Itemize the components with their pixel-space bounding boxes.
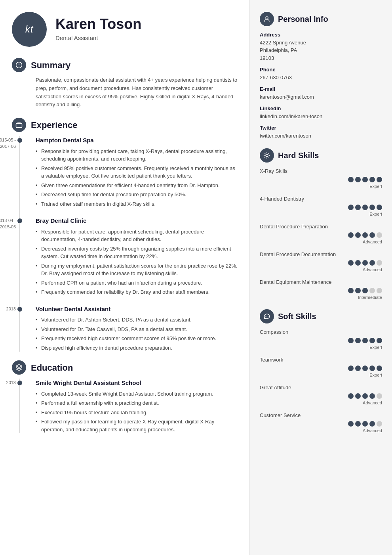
skill-name: Compassion	[260, 328, 382, 336]
skill-name: Great Attitude	[260, 384, 382, 392]
bullet-item: Volunteered for Dr. Tate Caswell, DDS, P…	[36, 325, 238, 333]
dot-filled	[348, 421, 354, 427]
contact-label: E-mail	[260, 85, 382, 93]
dot-filled	[355, 421, 361, 427]
personal-info-fields: Address4222 Spring Avenue Philadelphia, …	[260, 31, 382, 140]
dot-filled	[369, 232, 375, 238]
dot-filled	[362, 393, 368, 399]
dot-filled	[348, 393, 354, 399]
entry-title: Bray Dental Clinic	[36, 216, 238, 226]
bullet-item: Performed CPR on a patient who had an in…	[36, 279, 238, 287]
dot-filled	[348, 177, 354, 182]
skill-name: Dental Procedure Preparation	[260, 223, 382, 231]
skill-name: Dental Procedure Documentation	[260, 251, 382, 258]
bullet-item: Decreased inventory costs by 25% through…	[36, 245, 238, 260]
hard-skills-header: Hard Skills	[260, 148, 382, 163]
bullet-item: Responsible for patient care, appointmen…	[36, 228, 238, 243]
skill-name: 4-Handed Dentistry	[260, 195, 382, 203]
summary-text: Passionate, compassionate dental assista…	[12, 76, 238, 109]
experience-header: Experience	[12, 118, 238, 132]
contact-item: Twittertwitter.com/karentoson	[260, 124, 382, 140]
dot-filled	[348, 338, 354, 343]
soft-skills-list: CompassionExpertTeamworkExpertGreat Atti…	[260, 328, 382, 434]
skill-level: Expert	[260, 211, 382, 218]
skill-dots	[260, 393, 382, 399]
hard-skills-section: Hard Skills X-Ray SkillsExpert4-Handed D…	[260, 148, 382, 300]
entry-bullets: Responsible for providing patient care, …	[36, 147, 238, 208]
bullet-item: Frequently received high customer commen…	[36, 335, 238, 343]
timeline-date: 2015-05 - 2017-06	[0, 137, 16, 149]
contact-value: 4222 Spring Avenue Philadelphia, PA 1910…	[260, 39, 382, 62]
skill-dots	[260, 205, 382, 210]
dot-filled	[377, 177, 382, 182]
dot-filled	[348, 288, 354, 293]
bullet-item: Decreased setup time for dental procedur…	[36, 191, 238, 199]
skill-item: Great AttitudeAdvanced	[260, 384, 382, 406]
timeline-entry: 2013Volunteer Dental AssistantVolunteere…	[36, 305, 238, 352]
job-title: Dental Assistant	[55, 34, 141, 43]
bullet-item: Executed 195 hours of lecture and lab tr…	[36, 409, 238, 417]
education-icon	[12, 360, 26, 375]
bullet-item: Given three commendations for efficient …	[36, 182, 238, 189]
hard-skills-title: Hard Skills	[278, 149, 319, 161]
timeline-entry: 2013Smile Wright Dental Assistant School…	[36, 379, 238, 433]
skill-level: Expert	[260, 372, 382, 379]
skill-dots	[260, 232, 382, 238]
dot-empty	[377, 288, 382, 293]
timeline-entry: 2015-05 - 2017-06Hampton Dental SpaRespo…	[36, 136, 238, 208]
timeline-dot	[17, 138, 22, 143]
experience-title: Experience	[31, 119, 77, 132]
bullet-item: Followed my passion for learning to oper…	[36, 418, 238, 433]
skill-item: TeamworkExpert	[260, 356, 382, 378]
header-section: kt Karen Toson Dental Assistant	[12, 12, 238, 47]
summary-section: Summary Passionate, compassionate dental…	[12, 58, 238, 109]
timeline-dot	[17, 381, 22, 385]
experience-section: Experience 2015-05 - 2017-06Hampton Dent…	[12, 118, 238, 352]
skill-dots	[260, 177, 382, 182]
dot-filled	[355, 177, 361, 182]
dot-filled	[362, 338, 368, 343]
contact-item: Address4222 Spring Avenue Philadelphia, …	[260, 31, 382, 62]
svg-point-3	[266, 154, 268, 157]
dot-empty	[377, 232, 382, 238]
dot-filled	[362, 260, 368, 266]
soft-skills-title: Soft Skills	[278, 310, 316, 322]
dot-filled	[369, 421, 375, 427]
skill-item: Customer ServiceAdvanced	[260, 411, 382, 434]
bullet-item: During my employment, patient satisfacti…	[36, 262, 238, 278]
dot-filled	[355, 232, 361, 238]
education-section: Education 2013Smile Wright Dental Assist…	[12, 360, 238, 433]
entry-title: Hampton Dental Spa	[36, 136, 238, 145]
timeline-dot	[17, 218, 22, 223]
dot-filled	[348, 232, 354, 238]
dot-filled	[348, 366, 354, 371]
personal-info-header: Personal Info	[260, 12, 382, 26]
summary-title: Summary	[31, 59, 70, 72]
skill-level: Advanced	[260, 239, 382, 245]
bullet-item: Received 95% positive customer comments.…	[36, 165, 238, 180]
dot-filled	[369, 393, 375, 399]
skill-item: Dental Equipment MaintenanceIntermediate	[260, 278, 382, 300]
bullet-item: Responsible for providing patient care, …	[36, 147, 238, 163]
svg-point-2	[266, 17, 268, 19]
bullet-item: Displayed high efficiency in dental proc…	[36, 344, 238, 352]
entry-bullets: Volunteered for Dr. Ashton Siebert, DDS,…	[36, 316, 238, 352]
skill-name: Customer Service	[260, 411, 382, 419]
skill-level: Expert	[260, 183, 382, 190]
experience-icon	[12, 118, 26, 132]
entry-bullets: Responsible for patient care, appointmen…	[36, 228, 238, 296]
education-title: Education	[31, 361, 73, 374]
skill-name: Dental Equipment Maintenance	[260, 278, 382, 286]
entry-title: Smile Wright Dental Assistant School	[36, 379, 238, 388]
contact-item: LinkedInlinkedin.com/in/karen-toson	[260, 105, 382, 120]
contact-label: LinkedIn	[260, 105, 382, 113]
skill-level: Intermediate	[260, 294, 382, 301]
bullet-item: Completed 13-week Smile Wright Dental As…	[36, 390, 238, 398]
dot-filled	[369, 260, 375, 266]
skill-level: Expert	[260, 344, 382, 351]
personal-info-section: Personal Info Address4222 Spring Avenue …	[260, 12, 382, 140]
timeline-date: 2013	[0, 306, 16, 312]
skill-name: Teamwork	[260, 356, 382, 364]
education-timeline: 2013Smile Wright Dental Assistant School…	[12, 379, 238, 433]
summary-header: Summary	[12, 58, 238, 72]
